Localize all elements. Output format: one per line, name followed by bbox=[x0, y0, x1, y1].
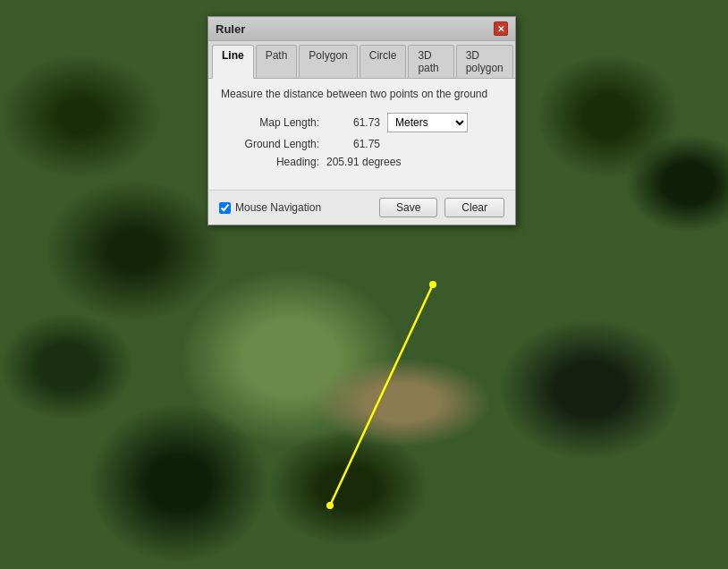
mouse-nav-checkbox[interactable] bbox=[219, 202, 231, 214]
mouse-nav-section: Mouse Navigation bbox=[219, 201, 321, 214]
map-length-row: Map Length: 61.73 Meters Feet Kilometers… bbox=[221, 113, 503, 132]
dialog-title: Ruler bbox=[216, 22, 245, 36]
heading-value: 205.91 degrees bbox=[326, 156, 401, 168]
map-length-label: Map Length: bbox=[221, 116, 319, 129]
ground-length-row: Ground Length: 61.75 bbox=[221, 138, 503, 150]
map-length-value: 61.73 bbox=[326, 116, 380, 129]
tab-circle[interactable]: Circle bbox=[360, 45, 407, 78]
ruler-dialog: Ruler ✕ Line Path Polygon Circle 3D path… bbox=[207, 16, 516, 225]
footer-bar: Mouse Navigation Save Clear bbox=[208, 190, 515, 225]
heading-label: Heading: bbox=[221, 156, 319, 168]
dialog-content: Measure the distance between two points … bbox=[208, 79, 515, 190]
close-button[interactable]: ✕ bbox=[494, 21, 508, 36]
heading-row: Heading: 205.91 degrees bbox=[221, 156, 503, 168]
tab-3d-path[interactable]: 3D path bbox=[408, 45, 453, 78]
ground-length-label: Ground Length: bbox=[221, 138, 319, 150]
tab-3d-polygon[interactable]: 3D polygon bbox=[456, 45, 513, 78]
title-bar: Ruler ✕ bbox=[208, 17, 515, 41]
mouse-nav-label[interactable]: Mouse Navigation bbox=[235, 201, 321, 214]
clear-button[interactable]: Clear bbox=[444, 198, 504, 217]
measurements: Map Length: 61.73 Meters Feet Kilometers… bbox=[221, 113, 503, 168]
tab-line[interactable]: Line bbox=[212, 45, 254, 79]
description-text: Measure the distance between two points … bbox=[221, 88, 503, 100]
unit-select[interactable]: Meters Feet Kilometers Miles Nautical Mi… bbox=[387, 113, 468, 132]
ground-length-value: 61.75 bbox=[326, 138, 380, 150]
tab-path[interactable]: Path bbox=[256, 45, 298, 78]
tabs-bar: Line Path Polygon Circle 3D path 3D poly… bbox=[208, 41, 515, 79]
save-button[interactable]: Save bbox=[379, 198, 437, 217]
footer-buttons: Save Clear bbox=[379, 198, 504, 217]
tab-polygon[interactable]: Polygon bbox=[299, 45, 357, 78]
